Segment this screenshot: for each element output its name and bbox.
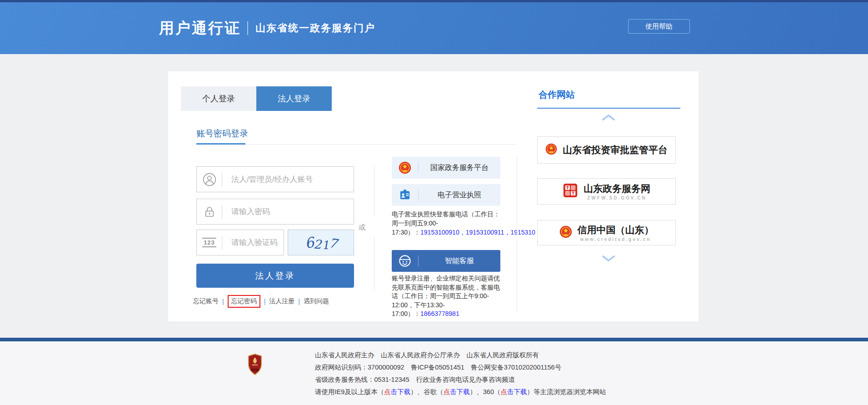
- partner-site-label: 山东政务服务网: [584, 182, 650, 195]
- lock-icon: [197, 205, 222, 219]
- national-platform-label: 国家政务服务平台: [419, 163, 500, 173]
- download-link-360[interactable]: 点击下载: [500, 388, 527, 395]
- link-separator: |: [222, 298, 224, 305]
- account-input[interactable]: [222, 175, 354, 184]
- forgot-account-link[interactable]: 忘记账号: [193, 297, 219, 305]
- note-line: 周一到周五9:00-: [392, 219, 540, 228]
- brand-title: 用户通行证: [159, 18, 241, 39]
- partner-site-url: www.creditsd.gov.cn: [580, 237, 651, 242]
- note-line: 先联系页面中的智能客服系统，客服电: [392, 283, 506, 292]
- or-label: 或: [359, 223, 365, 232]
- partner-site-label: 信用中国（山东）: [578, 224, 654, 236]
- link-separator: |: [264, 298, 266, 305]
- national-emblem-icon: [392, 161, 418, 174]
- screen: 用户通行证 山东省统一政务服务门户 使用帮助 个人登录 法人登录 账号密码登录: [0, 0, 868, 405]
- partner-site-text: 信用中国（山东） www.creditsd.gov.cn: [578, 224, 654, 242]
- password-input[interactable]: [222, 207, 354, 216]
- captcha-field[interactable]: 123: [196, 230, 284, 255]
- captcha-input[interactable]: [222, 238, 284, 247]
- helper-links: 忘记账号 | 忘记密码 | 法人注册 | 遇到问题: [193, 294, 329, 309]
- note-line: 话（工作日：周一到周五上午9:00-: [392, 292, 506, 301]
- link-separator: |: [298, 298, 300, 305]
- partner-sites-title: 合作网站: [539, 89, 575, 101]
- login-card: 个人登录 法人登录 账号密码登录 123: [168, 71, 698, 321]
- brand-group: 用户通行证 山东省统一政务服务门户: [159, 2, 375, 54]
- column-divider: [374, 166, 374, 217]
- partner-site-label: 山东省投资审批监管平台: [563, 144, 668, 156]
- user-icon: [197, 173, 222, 186]
- footer-text: 山东省人民政府主办 山东省人民政府办公厅承办 山东省人民政府版权所有 政府网站识…: [315, 349, 606, 398]
- footer-line-4: 请使用IE9及以上版本（点击下载）、谷歌（点击下载）、360（点击下载）等主流浏…: [315, 386, 606, 398]
- partner-site-credit-china[interactable]: 信用中国（山东） www.creditsd.gov.cn: [537, 220, 676, 245]
- note-line: 17:30）：19153100910，19153100911，1915310: [392, 228, 540, 237]
- column-divider: [517, 157, 517, 312]
- legal-login-button[interactable]: 法人登录: [196, 264, 354, 288]
- brand-divider: [247, 21, 248, 35]
- national-emblem-icon: [545, 143, 557, 157]
- smart-service-label: 智能客服: [419, 256, 500, 266]
- annotation-highlight-box: 忘记密码: [228, 295, 260, 308]
- elicense-badge-icon: [392, 189, 418, 201]
- tab-personal-login[interactable]: 个人登录: [181, 86, 256, 111]
- elicense-label: 电子营业执照: [419, 190, 500, 200]
- legal-register-link[interactable]: 法人注册: [269, 297, 294, 305]
- smart-service-phone-link[interactable]: 18663778981: [420, 310, 459, 317]
- footer: 山东省人民政府主办 山东省人民政府办公厅承办 山东省人民政府版权所有 政府网站识…: [0, 341, 868, 405]
- login-tabs: 个人登录 法人登录: [181, 86, 332, 111]
- partner-site-text: 山东政务服务网 ZWFW.SD.GOV.CN: [584, 182, 650, 200]
- elicense-note: 电子营业执照快登客服电话（工作日： 周一到周五9:00- 17:30）：1915…: [392, 210, 540, 237]
- captcha-123-icon: 123: [197, 238, 222, 247]
- footer-divider-bar: [0, 338, 868, 341]
- smart-service-button[interactable]: 智能客服: [392, 250, 500, 272]
- forgot-password-link[interactable]: 忘记密码: [231, 297, 257, 305]
- captcha-code: 6217: [305, 235, 337, 251]
- note-line: 12:00，下午13:30-: [392, 301, 506, 310]
- elicense-phone-links[interactable]: 19153100910，19153100911，1915310: [420, 229, 535, 236]
- footer-line-1: 山东省人民政府主办 山东省人民政府办公厅承办 山东省人民政府版权所有: [315, 349, 606, 361]
- national-platform-button[interactable]: 国家政务服务平台: [392, 157, 500, 179]
- tab-legal-login[interactable]: 法人登录: [256, 86, 332, 111]
- chevron-down-icon[interactable]: [602, 255, 615, 262]
- partner-site-url: ZWFW.SD.GOV.CN: [587, 195, 647, 200]
- download-link-ie[interactable]: 点击下载: [384, 388, 410, 395]
- password-field[interactable]: [196, 199, 354, 225]
- gov-badge-shield-icon: [246, 353, 264, 378]
- elicense-button[interactable]: 电子营业执照: [392, 184, 500, 206]
- note-line: 电子营业执照快登客服电话（工作日：: [392, 210, 540, 219]
- download-link-chrome[interactable]: 点击下载: [444, 388, 470, 395]
- footer-line-3: 省级政务服务热线：0531-12345 行政业务咨询电话见办事咨询频道: [315, 374, 606, 386]
- portal-title: 山东省统一政务服务门户: [255, 21, 375, 35]
- note-line: 17:00）：18663778981: [392, 310, 506, 319]
- smart-service-robot-icon: [392, 254, 418, 268]
- account-field[interactable]: [196, 166, 354, 192]
- zwfw-seal-icon: [563, 183, 578, 200]
- section-title: 账号密码登录: [196, 128, 248, 140]
- met-problem-link[interactable]: 遇到问题: [304, 297, 329, 305]
- partner-site-zwfw[interactable]: 山东政务服务网 ZWFW.SD.GOV.CN: [537, 178, 676, 205]
- national-emblem-icon: [559, 225, 572, 240]
- chevron-up-icon[interactable]: [602, 114, 615, 121]
- footer-line-2: 政府网站识别码：3700000092 鲁ICP备05051451 鲁公网安备37…: [315, 361, 606, 374]
- captcha-image[interactable]: 6217: [288, 230, 354, 255]
- note-line: 账号登录注册、企业绑定相关问题请优: [392, 274, 506, 283]
- section-underline: [196, 143, 245, 145]
- smart-service-note: 账号登录注册、企业绑定相关问题请优 先联系页面中的智能客服系统，客服电 话（工作…: [392, 274, 506, 319]
- column-divider: [374, 236, 374, 291]
- partner-site-investment-platform[interactable]: 山东省投资审批监管平台: [537, 136, 676, 164]
- help-button[interactable]: 使用帮助: [628, 19, 690, 34]
- partner-sites-underline: [537, 108, 680, 109]
- header: 用户通行证 山东省统一政务服务门户 使用帮助: [0, 2, 868, 54]
